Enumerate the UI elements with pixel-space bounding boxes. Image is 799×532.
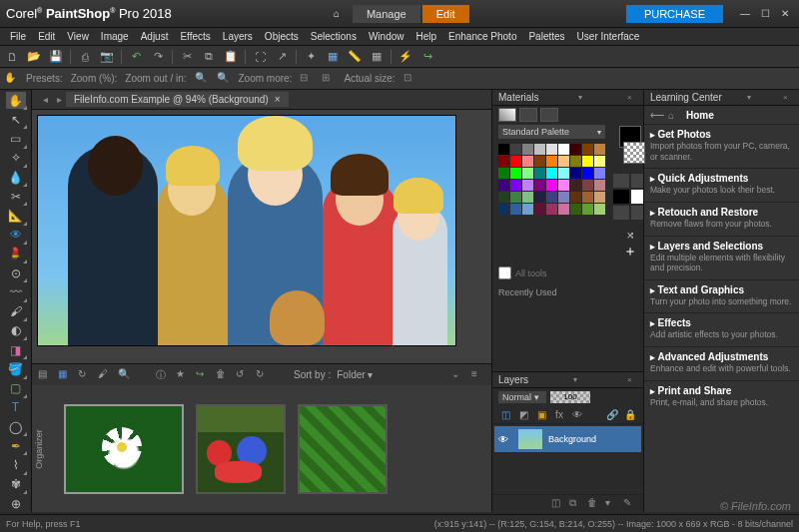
lc-section-layers-and-selections[interactable]: Layers and Selections xyxy=(650,241,793,252)
tex-1[interactable] xyxy=(613,174,629,188)
thumbnail-3[interactable] xyxy=(298,404,388,494)
materials-tab-rgb[interactable] xyxy=(519,108,537,122)
materials-tab-tex[interactable] xyxy=(540,108,558,122)
lc-section-advanced-adjustments[interactable]: Advanced Adjustments xyxy=(650,351,793,362)
materials-opts-icon[interactable]: ▾ xyxy=(578,93,588,102)
swatch[interactable] xyxy=(582,168,593,179)
swatch[interactable] xyxy=(510,192,521,203)
swatch[interactable] xyxy=(594,192,605,203)
swatch[interactable] xyxy=(522,168,533,179)
tab-edit[interactable]: Edit xyxy=(422,5,469,23)
redo-icon[interactable]: ↷ xyxy=(150,49,166,65)
brush-tool[interactable]: 🖌 xyxy=(6,303,26,320)
org-brush-icon[interactable]: 🖌 xyxy=(98,368,112,382)
scratch-tool[interactable]: 〰 xyxy=(6,283,26,300)
swatch[interactable] xyxy=(594,144,605,155)
lc-back-icon[interactable]: ⟵ xyxy=(650,110,662,121)
palette-icon[interactable]: ▦ xyxy=(325,49,341,65)
crop-tool[interactable]: ✂ xyxy=(6,188,26,205)
lc-section-quick-adjustments[interactable]: Quick Adjustments xyxy=(650,173,793,184)
eye-icon[interactable]: 👁 xyxy=(570,408,584,422)
resize-icon[interactable]: ⛶ xyxy=(252,49,268,65)
materials-close-icon[interactable]: × xyxy=(627,93,637,102)
swatch[interactable] xyxy=(594,168,605,179)
swatch[interactable] xyxy=(510,144,521,155)
eraser-tool[interactable]: ◨ xyxy=(6,341,26,358)
swatch[interactable] xyxy=(522,156,533,167)
purchase-button[interactable]: PURCHASE xyxy=(626,5,723,23)
menu-image[interactable]: Image xyxy=(95,30,135,43)
tab-next-icon[interactable]: ▸ xyxy=(52,94,66,105)
swap-icon[interactable]: ⤨ xyxy=(626,230,634,241)
thumbnail-1[interactable] xyxy=(64,404,184,494)
swatch[interactable] xyxy=(510,180,521,191)
lc-section-effects[interactable]: Effects xyxy=(650,317,793,328)
learning-opts-icon[interactable]: ▾ xyxy=(747,93,757,102)
materials-tab-swatch[interactable] xyxy=(498,108,516,122)
pen-tool[interactable]: ✒ xyxy=(6,437,26,454)
tex-3[interactable] xyxy=(613,190,629,204)
swatch[interactable] xyxy=(570,192,581,203)
text-tool[interactable]: T xyxy=(6,399,26,416)
swatch[interactable] xyxy=(570,168,581,179)
swatch[interactable] xyxy=(534,204,545,215)
swatch[interactable] xyxy=(570,144,581,155)
org-menu-icon[interactable]: ≡ xyxy=(471,368,485,382)
share-icon[interactable]: ↪ xyxy=(419,49,435,65)
background-swatch[interactable] xyxy=(623,142,645,164)
palette-dropdown[interactable]: Standard Palette xyxy=(498,125,605,139)
fill-tool[interactable]: 🪣 xyxy=(6,360,26,377)
dropper-tool[interactable]: 💧 xyxy=(6,169,26,186)
org-rotate-icon[interactable]: ↻ xyxy=(78,368,92,382)
swatch[interactable] xyxy=(534,168,545,179)
add-swatch-icon[interactable]: ＋ xyxy=(623,243,637,261)
print-icon[interactable]: ⎙ xyxy=(77,49,93,65)
makeover-tool[interactable]: 💄 xyxy=(6,246,26,263)
layer-visibility-icon[interactable]: 👁 xyxy=(498,434,512,445)
blend-mode-dropdown[interactable]: Normal ▾ xyxy=(498,391,546,403)
swatch[interactable] xyxy=(570,180,581,191)
pan-tool[interactable]: ✋ xyxy=(6,92,26,109)
layer-edit-icon[interactable]: ✎ xyxy=(623,497,637,511)
swatch[interactable] xyxy=(498,156,509,167)
org-expand-icon[interactable]: ⌄ xyxy=(451,368,465,382)
swatch[interactable] xyxy=(546,204,557,215)
swatch[interactable] xyxy=(594,180,605,191)
instant-icon[interactable]: ⚡ xyxy=(398,49,413,65)
swatch[interactable] xyxy=(546,168,557,179)
swatch[interactable] xyxy=(594,204,605,215)
warp-tool[interactable]: ⌇ xyxy=(6,456,26,473)
org-info-icon[interactable]: ⓘ xyxy=(156,368,170,382)
layer-down-icon[interactable]: ▾ xyxy=(605,497,619,511)
org-zoom-icon[interactable]: 🔍 xyxy=(118,368,132,382)
swatch[interactable] xyxy=(558,204,569,215)
maximize-button[interactable]: ☐ xyxy=(757,6,773,22)
org-view2-icon[interactable]: ▦ xyxy=(58,368,72,382)
zoom-in-icon[interactable]: 🔍 xyxy=(217,72,231,86)
layers-opts-icon[interactable]: ▾ xyxy=(573,375,583,384)
swatch[interactable] xyxy=(558,156,569,167)
swatch[interactable] xyxy=(546,192,557,203)
swatch[interactable] xyxy=(510,204,521,215)
launch-icon[interactable]: ↗ xyxy=(274,49,290,65)
fx-icon[interactable]: fx xyxy=(552,408,566,422)
lc-home-icon[interactable]: ⌂ xyxy=(668,110,680,121)
swatch[interactable] xyxy=(534,192,545,203)
clone-tool[interactable]: ⊙ xyxy=(6,265,26,281)
document-tab[interactable]: FileInfo.com Example @ 94% (Background) … xyxy=(66,92,289,107)
tab-manage[interactable]: Manage xyxy=(353,5,420,23)
cut-icon[interactable]: ✂ xyxy=(179,49,195,65)
opacity-slider[interactable]: 100 xyxy=(550,391,590,403)
menu-user-interface[interactable]: User Interface xyxy=(571,30,646,43)
swatch[interactable] xyxy=(582,144,593,155)
layer-dup-icon[interactable]: ⧉ xyxy=(569,497,583,511)
zoom-out-icon[interactable]: 🔍 xyxy=(195,72,209,86)
enhance-icon[interactable]: ✦ xyxy=(303,49,319,65)
swatch[interactable] xyxy=(546,144,557,155)
lc-section-print-and-share[interactable]: Print and Share xyxy=(650,385,793,396)
menu-window[interactable]: Window xyxy=(363,30,410,43)
swatch[interactable] xyxy=(498,192,509,203)
magic-wand-tool[interactable]: ✧ xyxy=(6,150,26,167)
paste-icon[interactable]: 📋 xyxy=(223,49,239,65)
home-icon[interactable]: ⌂ xyxy=(328,5,346,23)
